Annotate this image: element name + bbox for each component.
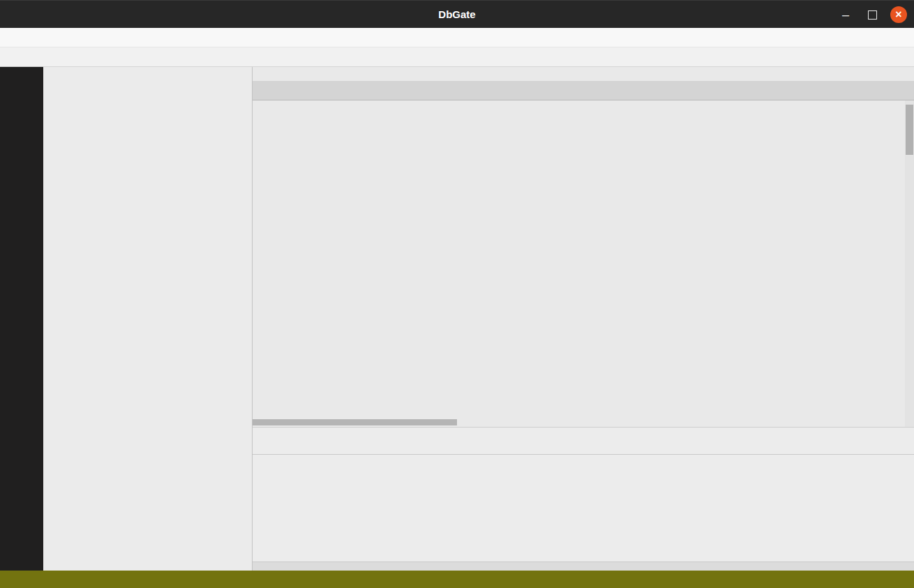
grid-horizontal-scrollbar[interactable] [253,561,914,571]
title-bar: DbGate – × [0,0,914,28]
bottom-panel [253,428,914,571]
bottom-panel-filler [253,455,914,571]
tab-group-bar [253,67,914,81]
close-button[interactable]: × [890,6,907,23]
window-title: DbGate [438,8,475,20]
content-area [253,67,914,571]
sidebar [43,67,253,571]
status-bar [0,571,914,588]
window-controls: – × [837,1,907,29]
join-lines [253,100,914,428]
canvas-horizontal-scrollbar-thumb[interactable] [253,419,457,425]
toolbar [0,47,914,67]
minimize-button[interactable]: – [837,6,854,23]
menu-bar [0,28,914,47]
designer-canvas[interactable] [253,100,914,428]
tab-bar [253,81,914,100]
bottom-panel-tabs [253,428,914,455]
canvas-vertical-scrollbar-thumb[interactable] [906,105,913,155]
canvas-vertical-scrollbar[interactable] [905,100,914,427]
main-area [0,67,914,571]
activity-rail [0,67,43,571]
maximize-button[interactable] [864,6,881,23]
